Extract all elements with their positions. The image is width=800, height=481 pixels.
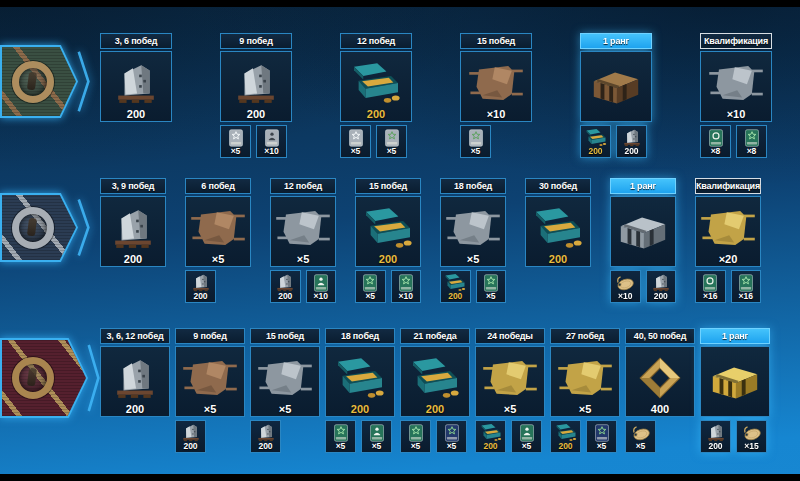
bonus-badge[interactable]: ×10 bbox=[391, 270, 422, 303]
reward-card-body: ×20 bbox=[695, 196, 761, 267]
reward-card[interactable]: 15 побед×5200 bbox=[250, 328, 320, 453]
reward-card[interactable]: 1 ранг×10200 bbox=[610, 178, 676, 303]
bonus-badge[interactable]: ×8 bbox=[700, 125, 731, 158]
bonus-badge[interactable]: ×5 bbox=[460, 125, 491, 158]
reward-card-title: 1 ранг bbox=[700, 328, 770, 344]
bonus-badges: 200 bbox=[175, 420, 245, 453]
bonus-badges: ×5×5 bbox=[400, 420, 470, 453]
flag-silver-star-icon bbox=[349, 129, 363, 147]
bonus-badge[interactable]: 200 bbox=[270, 270, 301, 303]
crate-gold-icon bbox=[707, 360, 763, 404]
reward-card[interactable]: 3, 9 побед200 bbox=[100, 178, 166, 267]
reward-card-title: 9 побед bbox=[175, 328, 245, 344]
steel-icon bbox=[254, 423, 278, 442]
bonus-badge[interactable]: ×5 bbox=[376, 125, 407, 158]
reward-card[interactable]: 3, 6, 12 побед200 bbox=[100, 328, 170, 417]
bonus-badges: 200×10 bbox=[270, 270, 336, 303]
reward-card-title: 30 побед bbox=[525, 178, 591, 194]
bonus-badge[interactable]: ×5 bbox=[625, 420, 656, 453]
reward-card[interactable]: Квалификация×20×16×16 bbox=[695, 178, 761, 303]
bonus-badge[interactable]: 200 bbox=[580, 125, 611, 158]
reward-card[interactable]: 30 побед200 bbox=[525, 178, 591, 267]
reward-card[interactable]: 15 побед×10×5 bbox=[460, 33, 532, 158]
reward-card[interactable]: 12 побед200×5×5 bbox=[340, 33, 412, 158]
camo-gold-icon bbox=[482, 356, 538, 400]
reward-card[interactable]: 6 побед×5200 bbox=[185, 178, 251, 303]
bonus-badge[interactable]: 200 bbox=[175, 420, 206, 453]
reward-card[interactable]: Квалификация×10×8×8 bbox=[700, 33, 772, 158]
reward-cards-strip: 3, 9 побед2006 побед×520012 побед×5200×1… bbox=[100, 178, 761, 303]
bonus-quantity: 200 bbox=[588, 147, 602, 156]
bonus-badge[interactable]: 200 bbox=[440, 270, 471, 303]
steel-icon bbox=[107, 356, 163, 400]
reward-quantity: 200 bbox=[356, 253, 420, 265]
reward-card[interactable]: 9 побед×5200 bbox=[175, 328, 245, 453]
reward-card-body: ×10 bbox=[700, 51, 772, 122]
reward-quantity: 200 bbox=[101, 403, 169, 415]
reward-card[interactable]: 15 побед200×5×10 bbox=[355, 178, 421, 303]
bonus-quantity: ×10 bbox=[264, 147, 278, 156]
reward-card[interactable]: 18 побед200×5×5 bbox=[325, 328, 395, 453]
reward-card[interactable]: 27 побед×5200×5 bbox=[550, 328, 620, 453]
bonus-badge[interactable]: ×16 bbox=[731, 270, 762, 303]
bonus-badge[interactable]: ×10 bbox=[610, 270, 641, 303]
reward-card[interactable]: 1 ранг200×15 bbox=[700, 328, 770, 453]
bonus-quantity: ×5 bbox=[365, 292, 375, 301]
bonus-quantity: ×5 bbox=[636, 442, 646, 451]
chevron-right-icon bbox=[77, 196, 91, 259]
reward-card[interactable]: 3, 6 побед200 bbox=[100, 33, 172, 122]
reward-card[interactable]: 1 ранг200200 bbox=[580, 33, 652, 158]
bonus-quantity: ×10 bbox=[314, 292, 328, 301]
reward-card[interactable]: 9 побед200×5×10 bbox=[220, 33, 292, 158]
bonus-badge[interactable]: ×5 bbox=[361, 420, 392, 453]
reward-card-body: ×5 bbox=[440, 196, 506, 267]
bonus-quantity: 200 bbox=[558, 442, 572, 451]
reward-quantity: ×5 bbox=[186, 253, 250, 265]
reward-card-title: 9 побед bbox=[220, 33, 292, 49]
flag-green-person-icon bbox=[520, 424, 534, 442]
reward-card[interactable]: 18 побед×5200×5 bbox=[440, 178, 506, 303]
reward-card[interactable]: 12 побед×5200×10 bbox=[270, 178, 336, 303]
bonus-badge[interactable]: ×5 bbox=[476, 270, 507, 303]
reward-quantity: 200 bbox=[326, 403, 394, 415]
bonus-badge[interactable]: ×5 bbox=[511, 420, 542, 453]
reward-card[interactable]: 21 победа200×5×5 bbox=[400, 328, 470, 453]
reward-card-title: 3, 6 побед bbox=[100, 33, 172, 49]
bonus-badge[interactable]: 200 bbox=[646, 270, 677, 303]
bonus-badge[interactable]: ×15 bbox=[736, 420, 767, 453]
reward-card[interactable]: 40, 50 побед400×5 bbox=[625, 328, 695, 453]
bonus-badge[interactable]: 200 bbox=[185, 270, 216, 303]
bonus-badge[interactable]: ×8 bbox=[736, 125, 767, 158]
bonus-badge[interactable]: ×5 bbox=[355, 270, 386, 303]
bonus-badge[interactable]: ×16 bbox=[695, 270, 726, 303]
steel-icon bbox=[189, 273, 213, 292]
bonus-badge[interactable]: ×5 bbox=[586, 420, 617, 453]
bonus-badge[interactable]: 200 bbox=[616, 125, 647, 158]
flag-green-star-icon bbox=[484, 274, 498, 292]
bonus-badge[interactable]: ×5 bbox=[220, 125, 251, 158]
bonus-quantity: ×5 bbox=[351, 147, 361, 156]
reward-card-body: ×5 bbox=[550, 346, 620, 417]
bonus-badges: ×5 bbox=[460, 125, 532, 158]
letterbox-top bbox=[0, 0, 800, 7]
bonus-quantity: 200 bbox=[278, 292, 292, 301]
bonus-badge[interactable]: ×5 bbox=[340, 125, 371, 158]
reward-card[interactable]: 24 победы×5200×5 bbox=[475, 328, 545, 453]
reward-card-body: 200 bbox=[100, 51, 172, 122]
flag-green-person-icon bbox=[314, 274, 328, 292]
bonus-badge[interactable]: ×10 bbox=[256, 125, 287, 158]
bonus-badge[interactable]: ×10 bbox=[306, 270, 337, 303]
chevron-right-icon bbox=[87, 341, 101, 415]
bonus-badge[interactable]: ×5 bbox=[325, 420, 356, 453]
bonus-badge[interactable]: ×5 bbox=[400, 420, 431, 453]
bonus-badge[interactable]: ×5 bbox=[436, 420, 467, 453]
bonus-badge[interactable]: 200 bbox=[250, 420, 281, 453]
bonus-badge[interactable]: 200 bbox=[700, 420, 731, 453]
bonus-badge[interactable]: 200 bbox=[550, 420, 581, 453]
league-banner bbox=[0, 338, 88, 418]
reward-card-body: 200 bbox=[325, 346, 395, 417]
flag-green-star-icon bbox=[739, 274, 753, 292]
bonus-quantity: ×5 bbox=[522, 442, 532, 451]
chevron-right-icon bbox=[77, 48, 91, 115]
bonus-badge[interactable]: 200 bbox=[475, 420, 506, 453]
